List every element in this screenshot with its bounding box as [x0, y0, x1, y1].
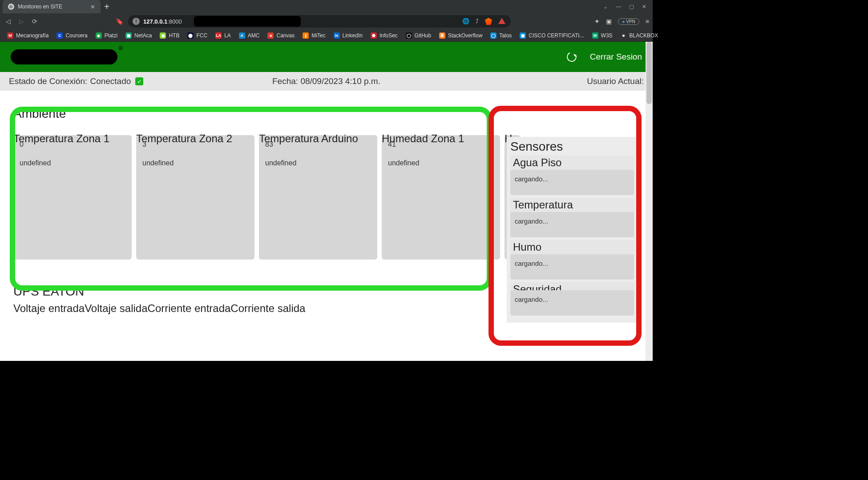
bookmark-label: StackOverflow: [448, 32, 482, 39]
bookmark-label: LA: [224, 32, 231, 39]
sensor-title: Seguridad: [510, 282, 634, 290]
bookmark-item[interactable]: MMecanografía: [4, 32, 51, 39]
bookmark-icon[interactable]: 🔖: [115, 17, 124, 26]
window-close-button[interactable]: ✕: [642, 4, 646, 10]
browser-chrome: ⊙ Monitoreo en SITE ✕ + ⌄ — ▢ ✕ ◁ ▷ ⟳ 🔖 …: [0, 0, 653, 42]
bookmark-item[interactable]: ◆Platzi: [93, 32, 120, 39]
ambiente-status: undefined: [142, 159, 248, 167]
bookmark-favicon: in: [334, 32, 340, 39]
bookmark-favicon: LA: [215, 32, 222, 39]
bookmark-label: Coursera: [65, 32, 87, 39]
vpn-badge[interactable]: ● VPN: [618, 18, 639, 25]
bookmark-favicon: W: [592, 32, 598, 39]
bookmark-label: AMC: [248, 32, 260, 39]
refresh-button[interactable]: [565, 51, 578, 63]
bookmark-item[interactable]: AAMC: [236, 32, 262, 39]
new-tab-button[interactable]: +: [101, 2, 113, 12]
window-minimize-icon[interactable]: ⌄: [603, 4, 608, 10]
bookmark-item[interactable]: ⬣InfoSec: [368, 32, 400, 39]
menu-icon[interactable]: ≡: [646, 18, 649, 25]
sidebar-icon[interactable]: ▣: [606, 18, 612, 25]
date-label: Fecha:: [272, 76, 298, 86]
sensor-title: Temperatura: [510, 198, 634, 212]
window-maximize-button[interactable]: ▢: [629, 4, 634, 10]
bookmark-label: Mecanografía: [16, 32, 48, 39]
bookmarks-bar: MMecanografíaCCoursera◆Platzi▦NetAca◼HTB…: [0, 29, 653, 42]
bookmark-favicon: ⬤: [187, 32, 194, 39]
ambiente-card: 83undefined: [259, 135, 377, 260]
bookmark-item[interactable]: ◯Talos: [488, 32, 514, 39]
bookmark-favicon: ∥: [303, 32, 309, 39]
brave-shield-icon[interactable]: [485, 18, 492, 25]
site-info-icon[interactable]: !: [133, 18, 140, 25]
sensores-panel: Sensores Agua Pisocargando...Temperatura…: [507, 137, 638, 323]
url-input[interactable]: ! 127.0.0.1:8000 🌐 ⤴: [128, 15, 511, 28]
bookmark-item[interactable]: WW3S: [589, 32, 615, 39]
bookmark-item[interactable]: ≣StackOverflow: [436, 32, 485, 39]
nav-forward-icon[interactable]: ▷: [17, 17, 26, 26]
ups-col-title: Corriente entrada: [148, 302, 231, 314]
browser-tab[interactable]: ⊙ Monitoreo en SITE ✕: [3, 0, 101, 13]
status-bar: Estado de Conexión: Conectado ✓ Fecha: 0…: [0, 72, 653, 91]
bookmark-favicon: M: [7, 32, 13, 39]
bookmark-item[interactable]: ■BLACKBOX: [618, 32, 661, 39]
bookmark-item[interactable]: inLinkedIn: [331, 32, 365, 39]
ambiente-status: undefined: [265, 159, 371, 167]
app-header: Cerrar Sesion: [0, 42, 653, 72]
bookmark-label: Talos: [499, 32, 512, 39]
bookmark-label: MiTec: [311, 32, 325, 39]
bookmark-item[interactable]: ◼HTB: [157, 32, 182, 39]
bookmark-favicon: ⬣: [371, 32, 377, 39]
bookmark-label: InfoSec: [379, 32, 398, 39]
ambiente-title: Ambiente: [13, 107, 639, 121]
sensor-body: cargando...: [510, 170, 634, 195]
bookmark-favicon: ◼: [160, 32, 166, 39]
nav-back-icon[interactable]: ◁: [4, 17, 12, 26]
ups-col-title: Voltaje entrada: [13, 302, 85, 314]
sensor-title: Humo: [510, 240, 634, 254]
bookmark-item[interactable]: ◯GitHub: [403, 32, 434, 39]
bookmark-label: Platzi: [105, 32, 117, 39]
bookmark-item[interactable]: CCoursera: [54, 32, 90, 39]
bookmark-item[interactable]: ⌾Canvas: [265, 32, 297, 39]
bookmark-label: NetAca: [134, 32, 152, 39]
sensor-card: Humocargando...: [510, 240, 634, 280]
ambiente-card: 0undefined: [13, 135, 132, 260]
bookmark-label: HTB: [169, 32, 179, 39]
bookmark-favicon: C: [57, 32, 63, 39]
ambiente-card-title: Humedad Zona 1: [382, 132, 500, 145]
tab-title: Monitoreo en SITE: [18, 4, 87, 10]
sensor-card: Temperaturacargando...: [510, 198, 634, 237]
tab-favicon: ⊙: [8, 4, 14, 10]
ambiente-status: undefined: [20, 159, 125, 167]
ambiente-card-title: Temperatura Zona 2: [136, 132, 254, 145]
bookmark-label: GitHub: [415, 32, 431, 39]
bookmark-item[interactable]: ▦CISCO CERTIFICATI...: [517, 32, 586, 39]
extensions-icon[interactable]: ✦: [594, 18, 600, 25]
app-logo: [11, 49, 117, 64]
tab-close-icon[interactable]: ✕: [90, 4, 95, 10]
bookmark-favicon: ▦: [125, 32, 132, 39]
window-minimize-button[interactable]: —: [616, 4, 621, 10]
conn-check-icon: ✓: [135, 77, 143, 85]
ambiente-card: 41undefined: [382, 135, 500, 260]
url-text: 127.0.0.1:8000: [143, 18, 182, 25]
brave-rewards-icon[interactable]: [498, 18, 505, 24]
bookmark-item[interactable]: ⬤FCC: [185, 32, 210, 39]
bookmark-favicon: ◆: [96, 32, 102, 39]
bookmark-label: W3S: [601, 32, 613, 39]
date-value: 08/09/2023 4:10 p.m.: [300, 76, 380, 86]
sensor-body: cargando...: [510, 212, 634, 237]
bookmark-item[interactable]: LALA: [213, 32, 234, 39]
bookmark-favicon: ■: [621, 32, 627, 39]
nav-reload-icon[interactable]: ⟳: [30, 17, 39, 26]
ambiente-status: undefined: [388, 159, 494, 167]
bookmark-item[interactable]: ∥MiTec: [300, 32, 328, 39]
bookmark-label: Canvas: [276, 32, 295, 39]
user-label: Usuario Actual:: [587, 76, 644, 86]
share-icon[interactable]: ⤴: [476, 18, 479, 25]
translate-icon[interactable]: 🌐: [462, 18, 469, 25]
bookmark-item[interactable]: ▦NetAca: [123, 32, 154, 39]
logout-link[interactable]: Cerrar Sesion: [590, 52, 642, 62]
sensor-card: Agua Pisocargando...: [510, 156, 634, 195]
